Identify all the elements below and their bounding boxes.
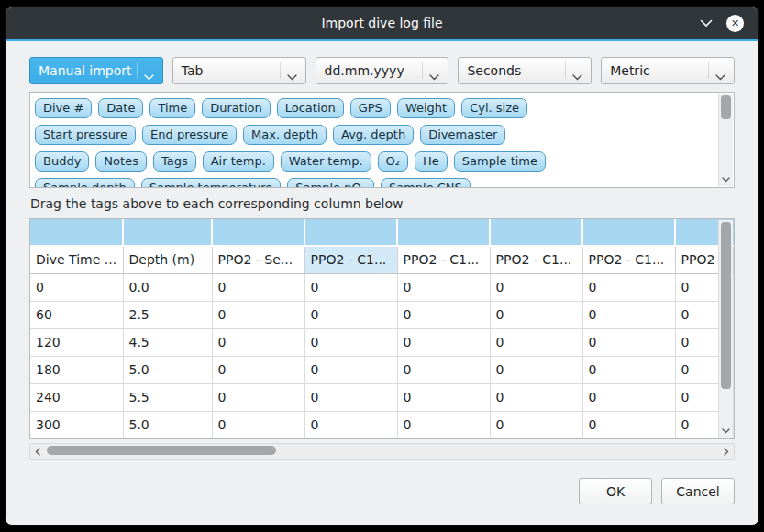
tag-row: Dive #DateTimeDurationLocationGPSWeightC… bbox=[35, 98, 714, 118]
field-tag[interactable]: Time bbox=[149, 98, 195, 118]
drop-target-cell[interactable] bbox=[397, 219, 490, 246]
table-row: 1805.0000000 bbox=[30, 356, 734, 383]
scrollbar-thumb[interactable] bbox=[721, 222, 731, 389]
scroll-left-icon[interactable] bbox=[30, 444, 45, 459]
table-cell: 0 bbox=[490, 383, 582, 411]
field-tag[interactable]: Air temp. bbox=[203, 151, 274, 172]
chevron-down-icon bbox=[287, 69, 297, 83]
scrollbar-thumb[interactable] bbox=[47, 446, 276, 455]
column-header[interactable]: Depth (m) bbox=[123, 246, 212, 273]
table-cell: 0 bbox=[212, 273, 304, 301]
titlebar[interactable]: Import dive log file ✕ bbox=[6, 7, 758, 39]
column-header[interactable]: PPO2 - C1... bbox=[304, 246, 397, 273]
table-body: 00.0000000602.50000001204.50000001805.00… bbox=[30, 273, 734, 438]
field-tag[interactable]: Max. depth bbox=[243, 125, 327, 145]
table-cell: 0 bbox=[212, 411, 304, 438]
chevron-down-icon[interactable] bbox=[700, 19, 713, 28]
column-header-row: Dive Time ...Depth (m)PPO2 - Se...PPO2 -… bbox=[30, 246, 734, 273]
table-cell: 5.0 bbox=[123, 356, 212, 383]
time-format-select[interactable]: Seconds bbox=[458, 57, 592, 84]
table-cell: 0 bbox=[397, 383, 490, 411]
field-tag[interactable]: Weight bbox=[397, 98, 455, 118]
table-cell: 180 bbox=[30, 356, 123, 383]
column-header[interactable]: PPO2 - C1... bbox=[397, 246, 490, 273]
field-tag[interactable]: End pressure bbox=[142, 125, 237, 145]
chevron-down-icon bbox=[429, 69, 439, 83]
close-icon[interactable]: ✕ bbox=[726, 15, 744, 32]
field-tag[interactable]: Date bbox=[98, 98, 143, 118]
table-cell: 0 bbox=[582, 411, 675, 438]
table-cell: 5.0 bbox=[123, 411, 212, 438]
tag-row: Start pressureEnd pressureMax. depthAvg.… bbox=[35, 125, 714, 145]
table-cell: 0 bbox=[212, 383, 304, 411]
drop-target-cell[interactable] bbox=[123, 219, 212, 246]
scroll-down-icon[interactable] bbox=[719, 426, 733, 436]
field-tag[interactable]: Buddy bbox=[35, 151, 89, 172]
table-cell: 0 bbox=[582, 356, 675, 383]
tag-palette: Dive #DateTimeDurationLocationGPSWeightC… bbox=[29, 92, 735, 188]
table-cell: 60 bbox=[30, 301, 123, 328]
tagbox-scrollbar[interactable] bbox=[718, 94, 733, 186]
import-options-row: Manual import Tab dd.mm.yyyy bbox=[29, 57, 735, 84]
field-tag[interactable]: Divemaster bbox=[420, 125, 505, 145]
field-tag[interactable]: Sample temperature bbox=[141, 178, 282, 188]
table-cell: 0 bbox=[212, 356, 304, 383]
field-tag[interactable]: Sample CNS bbox=[381, 178, 471, 188]
table-cell: 0 bbox=[582, 273, 675, 301]
field-tag[interactable]: Duration bbox=[202, 98, 270, 118]
table-horizontal-scrollbar[interactable] bbox=[29, 443, 735, 460]
scrollbar-thumb[interactable] bbox=[721, 95, 731, 119]
drop-target-cell[interactable] bbox=[30, 219, 123, 246]
drop-target-cell[interactable] bbox=[582, 219, 675, 246]
field-tag[interactable]: Sample pO₂ bbox=[287, 178, 374, 188]
table-row: 2405.5000000 bbox=[30, 383, 734, 411]
field-tag[interactable]: Tags bbox=[153, 151, 196, 172]
table-cell: 0 bbox=[490, 273, 582, 301]
field-tag[interactable]: Water temp. bbox=[281, 151, 371, 172]
field-tag[interactable]: Dive # bbox=[35, 98, 92, 118]
field-tag[interactable]: O₂ bbox=[378, 151, 408, 172]
combo-separator bbox=[565, 62, 566, 79]
field-separator-select[interactable]: Tab bbox=[172, 57, 306, 84]
column-header[interactable]: Dive Time ... bbox=[30, 246, 123, 273]
field-tag[interactable]: Sample depth bbox=[35, 178, 135, 188]
window-title: Import dive log file bbox=[6, 16, 758, 30]
field-tag[interactable]: Sample time bbox=[454, 151, 546, 172]
drop-target-cell[interactable] bbox=[212, 219, 304, 246]
tag-row: Sample depthSample temperatureSample pO₂… bbox=[35, 178, 714, 188]
chevron-down-icon bbox=[715, 69, 725, 83]
field-tag[interactable]: He bbox=[415, 151, 448, 172]
date-format-value: dd.mm.yyyy bbox=[325, 63, 404, 78]
column-header[interactable]: PPO2 - Se... bbox=[212, 246, 304, 273]
column-header[interactable]: PPO2 - C1... bbox=[582, 246, 675, 273]
table-cell: 0 bbox=[212, 328, 304, 356]
ok-button[interactable]: OK bbox=[579, 478, 652, 504]
table-cell: 0 bbox=[397, 356, 490, 383]
field-tag[interactable]: Notes bbox=[95, 151, 147, 172]
units-select[interactable]: Metric bbox=[601, 57, 735, 84]
import-mode-select[interactable]: Manual import bbox=[29, 57, 163, 84]
scroll-down-icon[interactable] bbox=[719, 174, 733, 184]
drop-target-cell[interactable] bbox=[490, 219, 582, 246]
table-cell: 0 bbox=[582, 328, 675, 356]
date-format-select[interactable]: dd.mm.yyyy bbox=[316, 57, 449, 84]
field-tag[interactable]: Avg. depth bbox=[333, 125, 414, 145]
field-tag[interactable]: GPS bbox=[350, 98, 391, 118]
drag-instruction-label: Drag the tags above to each correspondin… bbox=[30, 196, 735, 211]
field-tag[interactable]: Location bbox=[277, 98, 344, 118]
column-header[interactable]: PPO2 - C1... bbox=[490, 246, 582, 273]
table-cell: 120 bbox=[30, 328, 123, 356]
table-row: 602.5000000 bbox=[30, 301, 734, 328]
scroll-right-icon[interactable] bbox=[719, 444, 734, 459]
table-cell: 0 bbox=[212, 301, 304, 328]
table-row: 3005.0000000 bbox=[30, 411, 734, 438]
cancel-button[interactable]: Cancel bbox=[661, 478, 735, 504]
table-cell: 0 bbox=[397, 301, 490, 328]
field-tag[interactable]: Start pressure bbox=[35, 125, 136, 145]
combo-separator bbox=[708, 62, 709, 79]
table-cell: 0 bbox=[490, 328, 582, 356]
drop-target-cell[interactable] bbox=[304, 219, 397, 246]
table-vertical-scrollbar[interactable] bbox=[718, 220, 733, 438]
field-tag[interactable]: Cyl. size bbox=[461, 98, 527, 118]
table-cell: 0 bbox=[490, 411, 582, 438]
